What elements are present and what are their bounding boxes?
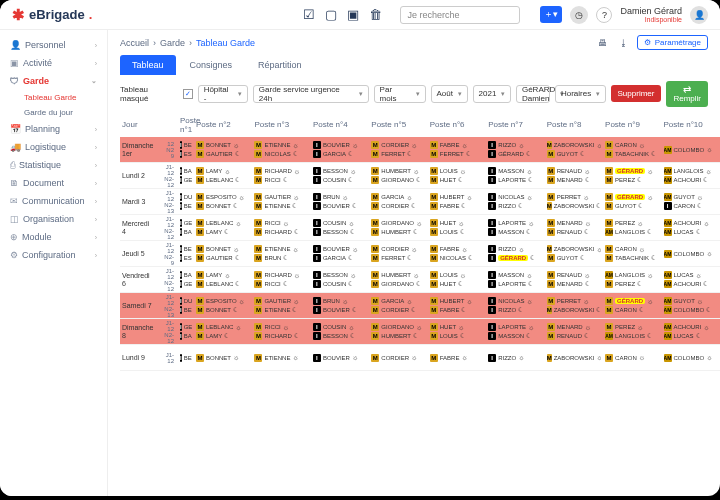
slot[interactable]: AMLANGLOIS☼AMACHOURI☾ xyxy=(662,163,721,189)
year-select[interactable]: 2021 xyxy=(473,85,511,103)
slot[interactable]: MFABRE☼MNICOLAS☾ xyxy=(428,241,486,267)
slot[interactable]: MLOUIS☼MHUET☾ xyxy=(428,163,486,189)
checkbox-icon[interactable]: ☑ xyxy=(303,7,315,22)
slot[interactable]: IGERMAIN☼IBARTHELEMY☾ xyxy=(178,319,194,345)
slot[interactable]: IBERTIN☼IESPOSITO☾ xyxy=(178,241,194,267)
slot[interactable]: MGARCIA☼MCORDIER☾ xyxy=(369,293,427,319)
apps-icon[interactable]: ◷ xyxy=(570,6,588,24)
slot[interactable]: AMACHOURI☼AMLUCAS☾ xyxy=(662,215,721,241)
horaires-select[interactable]: Horaires xyxy=(555,85,606,103)
slot[interactable]: MZABOROWSKI☼MGUYOT☾ xyxy=(545,137,603,163)
slot[interactable]: MHUET☼MLOUIS☾ xyxy=(428,319,486,345)
search-input[interactable]: Je recherche xyxy=(400,6,520,24)
slot[interactable]: MMENARD☼MRENAUD☾ xyxy=(545,215,603,241)
slot[interactable]: MRICCI☼MRICHARD☾ xyxy=(252,215,310,241)
slot[interactable]: MLOUIS☼MHUET☾ xyxy=(428,267,486,293)
tab-consignes[interactable]: Consignes xyxy=(178,55,245,75)
slot[interactable]: MCORDIER☼MFERRET☾ xyxy=(369,137,427,163)
slot[interactable]: AMACHOURI☼AMLUCAS☾ xyxy=(662,319,721,345)
slot[interactable]: IDUPONT☼IBERTIN☾ xyxy=(178,293,194,319)
sidebar-item-document[interactable]: 🗎Document› xyxy=(0,174,107,192)
sidebar-sub-tableau-garde[interactable]: Tableau Garde xyxy=(0,90,107,105)
slot[interactable]: MHUET☼MLOUIS☾ xyxy=(428,215,486,241)
tab-tableau[interactable]: Tableau xyxy=(120,55,176,75)
sidebar-item-organisation[interactable]: ◫Organisation› xyxy=(0,210,107,228)
slot[interactable]: MRENAUD☼MMENARD☾ xyxy=(545,163,603,189)
slot[interactable]: AMCOLOMBO☼ xyxy=(662,345,721,371)
slot[interactable]: MRICHARD☼MRICCI☾ xyxy=(252,267,310,293)
person-select[interactable]: GéRARD Damien xyxy=(516,85,550,103)
slot[interactable]: MLAMY☼MLEBLANC☾ xyxy=(194,267,252,293)
slot[interactable]: MBONNET☼MGAUTIER☾ xyxy=(194,241,252,267)
delete-button[interactable]: Supprimer xyxy=(611,85,662,102)
trash-icon[interactable]: 🗑 xyxy=(369,7,382,22)
slot[interactable]: IBERTIN☼ xyxy=(178,345,194,371)
slot[interactable]: AMGUYOT☼AMCOLOMBO☾ xyxy=(662,293,721,319)
slot[interactable]: MCARON☼MTABACHNIK☾ xyxy=(603,137,661,163)
slot[interactable]: AMLUCAS☼AMACHOURI☾ xyxy=(662,267,721,293)
avatar[interactable]: 👤 xyxy=(690,6,708,24)
slot[interactable]: IDUPONT☼IBERTIN☾ xyxy=(178,189,194,215)
slot[interactable]: MMENARD☼MRENAUD☾ xyxy=(545,319,603,345)
fill-button[interactable]: ⇄Remplir xyxy=(666,81,708,107)
slot[interactable]: MLEBLANC☼MLAMY☾ xyxy=(194,319,252,345)
sidebar-item-configuration[interactable]: ⚙Configuration› xyxy=(0,246,107,264)
slot[interactable]: MRENAUD☼MMENARD☾ xyxy=(545,267,603,293)
slot[interactable]: MPERRET☼MZABOROWSKI☾ xyxy=(545,293,603,319)
sidebar-item-planning[interactable]: 📅Planning› xyxy=(0,120,107,138)
slot[interactable]: MLEBLANC☼MLAMY☾ xyxy=(194,215,252,241)
slot[interactable]: MGAUTIER☼METIENNE☾ xyxy=(252,293,310,319)
slot[interactable]: MFABRE☼MFERRET☾ xyxy=(428,137,486,163)
slot[interactable]: MLAMY☼MLEBLANC☾ xyxy=(194,163,252,189)
sidebar-item-garde[interactable]: 🛡Garde⌄ xyxy=(0,72,107,90)
sidebar-item-activité[interactable]: ▣Activité› xyxy=(0,54,107,72)
slot[interactable]: AMGUYOT☼ICARON☾ xyxy=(662,189,721,215)
app-logo[interactable]: ✱ eBrigade. xyxy=(12,6,92,24)
slot[interactable]: IBESSON☼ICOUSIN☾ xyxy=(311,163,369,189)
slot[interactable]: MZABOROWSKI☼ xyxy=(545,345,603,371)
sidebar-item-logistique[interactable]: 🚚Logistique› xyxy=(0,138,107,156)
slot[interactable]: IBARTHELEMY☼IGERMAIN☾ xyxy=(178,163,194,189)
slot[interactable]: INICOLAS☼IRIZZO☾ xyxy=(486,189,544,215)
slot[interactable]: ILAPORTE☼IMASSON☾ xyxy=(486,319,544,345)
slot[interactable]: IBOUVIER☼IGARCIA☾ xyxy=(311,241,369,267)
slot[interactable]: MCORDIER☼MFERRET☾ xyxy=(369,241,427,267)
slot[interactable]: MESPOSITO☼MBONNET☾ xyxy=(194,293,252,319)
slot[interactable]: ICOUSIN☼IBESSON☾ xyxy=(311,215,369,241)
slot[interactable]: MGAUTIER☼METIENNE☾ xyxy=(252,189,310,215)
slot[interactable]: MHUMBERT☼MGIORDANO☾ xyxy=(369,267,427,293)
slot[interactable]: MZABOROWSKI☼MGUYOT☾ xyxy=(545,241,603,267)
print-icon[interactable]: 🖶 xyxy=(595,38,610,48)
slot[interactable]: IBRUN☼IBOUVIER☾ xyxy=(311,189,369,215)
slot[interactable]: IRIZZO☼IGÉRARD☾ xyxy=(486,241,544,267)
slot[interactable]: METIENNE☼MNICOLAS☾ xyxy=(252,137,310,163)
slot[interactable]: MGIORDANO☼MHUMBERT☾ xyxy=(369,319,427,345)
sidebar-item-module[interactable]: ⊕Module› xyxy=(0,228,107,246)
slot[interactable]: MCORDIER☼ xyxy=(369,345,427,371)
events-icon[interactable]: ▣ xyxy=(347,7,359,22)
slot[interactable]: MHUBERT☼MFABRE☾ xyxy=(428,189,486,215)
mode-select[interactable]: Par mois xyxy=(374,85,426,103)
service-select[interactable]: Garde service urgence 24h xyxy=(253,85,369,103)
slot[interactable]: MRICHARD☼MRICCI☾ xyxy=(252,163,310,189)
slot[interactable]: MRICCI☼MRICHARD☾ xyxy=(252,319,310,345)
slot[interactable]: MCARON☼MTABACHNIK☾ xyxy=(603,241,661,267)
add-icon[interactable]: ＋▾ xyxy=(540,6,562,23)
slot[interactable]: ILAPORTE☼IMASSON☾ xyxy=(486,215,544,241)
sidebar-item-personnel[interactable]: 👤Personnel› xyxy=(0,36,107,54)
slot[interactable]: AMLANGLOIS☼MPEREZ☾ xyxy=(603,267,661,293)
tab-répartition[interactable]: Répartition xyxy=(246,55,314,75)
slot[interactable]: MGIORDANO☼MHUMBERT☾ xyxy=(369,215,427,241)
slot[interactable]: IBRUN☼IBOUVIER☾ xyxy=(311,293,369,319)
slot[interactable]: AMCOLOMBO☼ xyxy=(662,241,721,267)
sidebar-sub-garde-du-jour[interactable]: Garde du jour xyxy=(0,105,107,120)
slot[interactable]: MPEREZ☼AMLANGLOIS☾ xyxy=(603,215,661,241)
slot[interactable]: IBOUVIER☼IGARCIA☾ xyxy=(311,137,369,163)
slot[interactable]: MPEREZ☼AMLANGLOIS☾ xyxy=(603,319,661,345)
sidebar-item-statistique[interactable]: ⎙Statistique› xyxy=(0,156,107,174)
calendar-icon[interactable]: ▢ xyxy=(325,7,337,22)
sidebar-item-communication[interactable]: ✉Communication› xyxy=(0,192,107,210)
slot[interactable]: MGARCIA☼MCORDIER☾ xyxy=(369,189,427,215)
slot[interactable]: IMASSON☼ILAPORTE☾ xyxy=(486,163,544,189)
slot[interactable]: MBONNET☼MGAUTIER☾ xyxy=(194,137,252,163)
